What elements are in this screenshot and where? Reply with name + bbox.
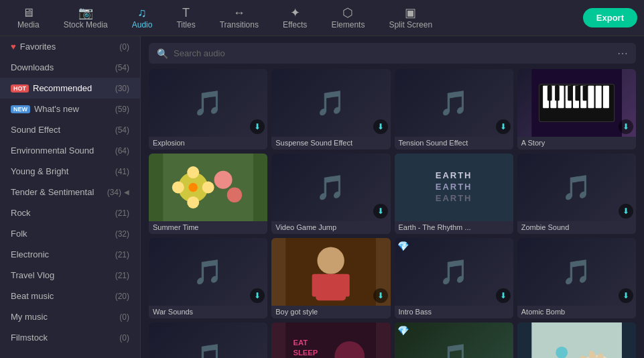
grid-view-icon[interactable]: ⋯	[617, 47, 628, 60]
music-note-icon: 🎵	[316, 174, 346, 202]
music-note-icon: 🎵	[316, 89, 346, 117]
music-note-icon: 🎵	[193, 343, 223, 359]
premium-badge-icon: 💎	[397, 241, 409, 251]
transitions-icon: ↔	[233, 7, 245, 19]
sidebar-item-sound-effect[interactable]: Sound Effect (54)	[0, 119, 140, 140]
sidebar-item-filmstock[interactable]: Filmstock (0)	[0, 327, 140, 348]
svg-rect-15	[582, 86, 587, 101]
search-input[interactable]	[174, 48, 612, 58]
nav-item-stock-media[interactable]: 📷 Stock Media	[53, 3, 119, 34]
nav-label-stock-media: Stock Media	[64, 20, 108, 29]
download-button-explosion[interactable]: ⬇	[250, 119, 265, 134]
audio-card-around-the-corner[interactable]: EAT SLEEP WORK REPEAT ⬇ Around The Corne…	[271, 322, 390, 358]
svg-point-23	[214, 171, 233, 189]
audio-thumb-page-turn: 🎵 ⬇	[149, 322, 267, 358]
titles-icon: T	[182, 7, 190, 19]
download-button-war-sounds[interactable]: ⬇	[250, 288, 265, 303]
audio-thumb-around-the-corner: EAT SLEEP WORK REPEAT ⬇	[271, 322, 390, 358]
nav-item-audio[interactable]: ♫ Audio	[121, 3, 164, 34]
export-button[interactable]: Export	[583, 8, 637, 27]
hand-graphic	[517, 322, 636, 358]
music-note-icon: 🎵	[562, 258, 592, 286]
svg-point-18	[187, 166, 199, 178]
sidebar-item-recommended[interactable]: HOT Recommended (30)	[0, 78, 140, 99]
nav-label-split-screen: Split Screen	[389, 20, 432, 29]
download-button-boy-got-style[interactable]: ⬇	[373, 288, 388, 303]
nav-item-elements[interactable]: ⬡ Elements	[320, 3, 375, 34]
sidebar-label-recommended: Recommended	[33, 83, 92, 93]
download-button-atomic-bomb[interactable]: ⬇	[619, 288, 633, 303]
sidebar-item-my-music[interactable]: My music (0)	[0, 306, 140, 327]
sidebar-count-travel-vlog: (21)	[115, 271, 129, 280]
new-badge: NEW	[11, 105, 30, 113]
audio-card-boy-got-style[interactable]: ⬇ Boy got style	[271, 238, 390, 318]
sidebar-item-folk[interactable]: Folk (32)	[0, 223, 140, 244]
audio-card-suspense[interactable]: 🎵 ⬇ Suspense Sound Effect	[271, 69, 390, 150]
audio-card-atomic-bomb[interactable]: 🎵 ⬇ Atomic Bomb	[517, 238, 636, 318]
sidebar-label-rock: Rock	[11, 208, 31, 218]
audio-card-cacoun[interactable]: Cacoun	[517, 322, 636, 358]
sidebar-item-favorites[interactable]: ♥ Favorites (0)	[0, 36, 140, 57]
sidebar-label-electronic: Electronic	[11, 249, 49, 259]
sidebar-count-my-music: (0)	[119, 312, 129, 322]
sidebar-label-beat-music: Beat music	[11, 291, 54, 301]
download-button-a-story[interactable]: ⬇	[619, 119, 633, 134]
svg-point-19	[187, 196, 199, 208]
collapse-arrow-icon: ◀	[124, 188, 129, 196]
audio-thumb-action-hero: 💎 🎵 ⬇	[395, 322, 513, 358]
effects-icon: ✦	[290, 7, 300, 19]
sidebar-item-environmental-sound[interactable]: Environmental Sound (64)	[0, 140, 140, 161]
media-icon: 🖥	[22, 7, 34, 19]
audio-title-a-story: A Story	[517, 137, 636, 150]
download-button-video-game-jump[interactable]: ⬇	[373, 204, 388, 219]
sidebar-label-whats-new: What's new	[34, 104, 79, 114]
nav-item-effects[interactable]: ✦ Effects	[272, 3, 318, 34]
audio-card-war-sounds[interactable]: 🎵 ⬇ War Sounds	[149, 238, 267, 318]
audio-card-tension[interactable]: 🎵 ⬇ Tension Sound Effect	[395, 69, 513, 150]
sidebar: ♥ Favorites (0) Downloads (54) HOT Recom…	[0, 36, 141, 358]
audio-card-page-turn[interactable]: 🎵 ⬇ Page Turn	[149, 322, 267, 358]
svg-rect-14	[575, 86, 580, 101]
audio-card-action-hero[interactable]: 💎 🎵 ⬇ Action Hero Anthem	[395, 322, 513, 358]
svg-point-20	[172, 182, 184, 194]
sidebar-item-beat-music[interactable]: Beat music (20)	[0, 286, 140, 306]
sidebar-item-rock[interactable]: Rock (21)	[0, 202, 140, 223]
audio-thumb-zombie-sound: 🎵 ⬇	[517, 154, 636, 221]
audio-title-explosion: Explosion	[149, 137, 267, 150]
audio-thumb-tension: 🎵 ⬇	[395, 69, 513, 137]
nav-item-transitions[interactable]: ↔ Transitions	[209, 3, 269, 34]
audio-grid: 🎵 ⬇ Explosion 🎵 ⬇ Suspense Sound Effect …	[141, 69, 644, 358]
sidebar-item-travel-vlog[interactable]: Travel Vlog (21)	[0, 265, 140, 286]
audio-card-zombie-sound[interactable]: 🎵 ⬇ Zombie Sound	[517, 154, 636, 234]
music-note-icon: 🎵	[439, 258, 469, 286]
audio-card-summer-time[interactable]: Summer Time	[149, 154, 267, 234]
audio-title-tension: Tension Sound Effect	[395, 137, 513, 150]
audio-card-intro-bass[interactable]: 💎 🎵 ⬇ Intro Bass	[395, 238, 513, 318]
audio-card-video-game-jump[interactable]: 🎵 ⬇ Video Game Jump	[271, 154, 390, 234]
download-button-zombie-sound[interactable]: ⬇	[619, 204, 633, 219]
sidebar-item-downloads[interactable]: Downloads (54)	[0, 57, 140, 78]
download-button-intro-bass[interactable]: ⬇	[496, 288, 511, 303]
sidebar-label-filmstock: Filmstock	[11, 333, 48, 343]
corner-graphic: EAT SLEEP WORK REPEAT	[271, 322, 390, 358]
nav-label-audio: Audio	[132, 20, 153, 29]
flowers-graphic	[149, 154, 267, 221]
sidebar-item-electronic[interactable]: Electronic (21)	[0, 244, 140, 265]
nav-item-split-screen[interactable]: ▣ Split Screen	[378, 3, 443, 34]
sidebar-label-sound-effect: Sound Effect	[11, 125, 60, 135]
audio-card-a-story[interactable]: ⬇ A Story	[517, 69, 636, 150]
nav-item-media[interactable]: 🖥 Media	[7, 3, 50, 34]
sidebar-item-whats-new[interactable]: NEW What's new (59)	[0, 99, 140, 119]
download-button-tension[interactable]: ⬇	[496, 119, 511, 134]
audio-card-earth-rhythm[interactable]: EARTH EARTH EARTH Earth - The Rhythm ...	[395, 154, 513, 234]
svg-point-22	[188, 183, 197, 192]
svg-rect-12	[555, 86, 560, 101]
svg-point-26	[318, 247, 344, 274]
audio-card-explosion[interactable]: 🎵 ⬇ Explosion	[149, 69, 267, 150]
sidebar-item-young-bright[interactable]: Young & Bright (41)	[0, 161, 140, 182]
svg-point-24	[227, 188, 242, 202]
sidebar-item-tender-sentimental[interactable]: Tender & Sentimental (34) ◀	[0, 182, 140, 202]
audio-thumb-earth-rhythm: EARTH EARTH EARTH	[395, 154, 513, 221]
nav-item-titles[interactable]: T Titles	[166, 3, 206, 34]
download-button-suspense[interactable]: ⬇	[373, 119, 388, 134]
